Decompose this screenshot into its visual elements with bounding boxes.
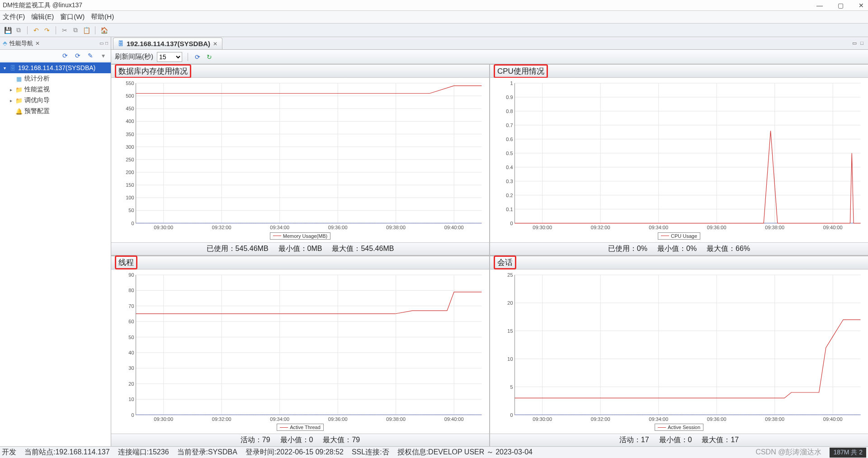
svg-text:60: 60 (128, 319, 134, 324)
chart-plot-session: 051015202509:30:0009:32:0009:34:0009:36:… (492, 272, 866, 423)
svg-text:09:38:00: 09:38:00 (765, 416, 784, 421)
tree-item-stats[interactable]: ▦ 统计分析 (0, 73, 111, 84)
svg-text:90: 90 (128, 272, 134, 278)
chart-legend-cpu: CPU Usage (658, 232, 700, 240)
svg-text:10: 10 (507, 356, 513, 361)
sidebar-refresh2-icon[interactable]: ⟳ (74, 52, 82, 60)
close-icon[interactable]: ✕ (857, 2, 865, 9)
menu-window[interactable]: 窗口(W) (60, 13, 85, 21)
svg-text:09:30:00: 09:30:00 (154, 225, 173, 230)
svg-text:09:40:00: 09:40:00 (823, 225, 843, 230)
menu-help[interactable]: 帮助(H) (91, 13, 114, 21)
tree-item-perf[interactable]: ▸ 📁 性能监视 (0, 84, 111, 95)
tree-item-label: 预警配置 (24, 107, 50, 115)
svg-text:09:36:00: 09:36:00 (707, 416, 726, 421)
status-memory: 187M 共 2 (830, 448, 866, 458)
svg-text:400: 400 (126, 118, 134, 124)
folder-icon: 📁 (15, 97, 23, 104)
chart-legend-memory: Memory Usage(MB) (270, 232, 330, 240)
content-area: 🗄 192.168.114.137(SYSDBA) ✕ ▭ □ 刷新间隔(秒) … (111, 37, 868, 446)
sidebar: ⬘ 性能导航 ✕ ▭ □ ⟳ ⟳ ✎ ▾ ▾ 🗄 192.168.114.137… (0, 37, 111, 446)
alert-icon: 🔔 (15, 108, 23, 115)
svg-text:09:40:00: 09:40:00 (823, 416, 843, 421)
svg-text:0: 0 (510, 412, 513, 417)
refresh-interval-select[interactable]: 15 (157, 52, 182, 62)
svg-text:0.6: 0.6 (506, 137, 513, 142)
svg-text:09:36:00: 09:36:00 (707, 225, 726, 230)
copy-icon[interactable]: ⧉ (71, 26, 80, 34)
svg-text:500: 500 (126, 93, 134, 99)
tab-minimize-icon[interactable]: ▭ (852, 40, 857, 46)
chart-legend-session: Active Session (655, 424, 703, 431)
svg-text:450: 450 (126, 106, 134, 111)
tree-item-alert[interactable]: 🔔 预警配置 (0, 106, 111, 117)
sidebar-maximize-icon[interactable]: □ (105, 41, 108, 46)
svg-text:0.9: 0.9 (506, 94, 513, 100)
sidebar-menu-icon[interactable]: ▾ (99, 52, 107, 60)
reload-icon[interactable]: ⟳ (193, 53, 202, 61)
tab-maximize-icon[interactable]: □ (860, 40, 863, 46)
svg-text:50: 50 (128, 334, 134, 340)
svg-text:0.5: 0.5 (506, 151, 513, 156)
charts-grid: 数据库内存使用情况 050100150200250300350400450500… (111, 64, 868, 446)
tab-close-icon[interactable]: ✕ (213, 41, 217, 47)
menu-edit[interactable]: 编辑(E) (31, 13, 54, 21)
svg-text:09:32:00: 09:32:00 (212, 225, 231, 230)
auto-refresh-icon[interactable]: ↻ (205, 53, 213, 61)
svg-text:300: 300 (126, 144, 134, 150)
save-all-icon[interactable]: ⧉ (14, 26, 23, 34)
svg-text:09:34:00: 09:34:00 (649, 416, 668, 421)
svg-text:0.7: 0.7 (506, 123, 513, 128)
stats-icon: ▦ (15, 76, 23, 82)
svg-text:30: 30 (128, 365, 134, 371)
svg-text:70: 70 (128, 303, 134, 308)
menu-file[interactable]: 文件(F) (3, 13, 25, 21)
svg-text:80: 80 (128, 288, 134, 293)
svg-text:350: 350 (126, 132, 134, 137)
minimize-icon[interactable]: — (816, 2, 824, 9)
sidebar-minimize-icon[interactable]: ▭ (99, 41, 104, 46)
svg-text:20: 20 (128, 381, 134, 386)
svg-text:200: 200 (126, 170, 134, 175)
tree-item-tune[interactable]: ▸ 📁 调优向导 (0, 95, 111, 106)
cut-icon[interactable]: ✂ (61, 26, 69, 34)
tree-item-label: 性能监视 (24, 85, 50, 94)
sidebar-refresh-icon[interactable]: ⟳ (61, 52, 69, 60)
svg-text:25: 25 (507, 272, 513, 278)
svg-text:09:40:00: 09:40:00 (444, 225, 464, 230)
home-icon[interactable]: 🏠 (100, 26, 108, 34)
paste-icon[interactable]: 📋 (82, 26, 90, 34)
sidebar-tab: ⬘ 性能导航 ✕ ▭ □ (0, 37, 111, 50)
window-title: DM性能监视工具 @linux137 (3, 1, 816, 9)
content-toolbar: 刷新间隔(秒) 15 ⟳ ↻ (111, 50, 868, 64)
status-dev: 开发 (2, 448, 16, 457)
tree-item-label: 调优向导 (24, 96, 50, 104)
save-icon[interactable]: 💾 (4, 26, 12, 34)
svg-text:5: 5 (510, 384, 513, 389)
svg-text:100: 100 (126, 195, 134, 200)
svg-text:09:34:00: 09:34:00 (270, 416, 289, 421)
svg-text:0.3: 0.3 (506, 179, 513, 184)
svg-text:09:34:00: 09:34:00 (649, 225, 668, 230)
tree-host-node[interactable]: ▾ 🗄 192.168.114.137(SYSDBA) (0, 62, 111, 73)
sidebar-close-icon[interactable]: ✕ (35, 40, 40, 47)
svg-text:09:32:00: 09:32:00 (591, 225, 610, 230)
undo-icon[interactable]: ↶ (32, 26, 40, 34)
svg-text:09:32:00: 09:32:00 (591, 416, 610, 421)
sidebar-title: 性能导航 (9, 39, 33, 47)
chart-panel-session: 会话 051015202509:30:0009:32:0009:34:0009:… (490, 256, 868, 447)
chart-plot-memory: 05010015020025030035040045050055009:30:0… (113, 80, 487, 231)
chart-title-cpu: CPU使用情况 (494, 64, 548, 78)
content-tab[interactable]: 🗄 192.168.114.137(SYSDBA) ✕ (113, 38, 222, 49)
chart-footer-thread: 活动：79 最小值：0 最大值：79 (111, 434, 489, 446)
sidebar-edit-icon[interactable]: ✎ (86, 52, 94, 60)
svg-text:09:36:00: 09:36:00 (328, 416, 348, 421)
maximize-icon[interactable]: ▢ (836, 2, 844, 9)
svg-text:0: 0 (131, 412, 134, 417)
svg-text:0.1: 0.1 (506, 207, 513, 212)
chart-legend-thread: Active Thread (277, 424, 324, 431)
svg-text:10: 10 (128, 397, 134, 402)
svg-text:0: 0 (131, 221, 134, 226)
chart-plot-thread: 010203040506070809009:30:0009:32:0009:34… (113, 272, 487, 423)
redo-icon[interactable]: ↷ (43, 26, 51, 34)
